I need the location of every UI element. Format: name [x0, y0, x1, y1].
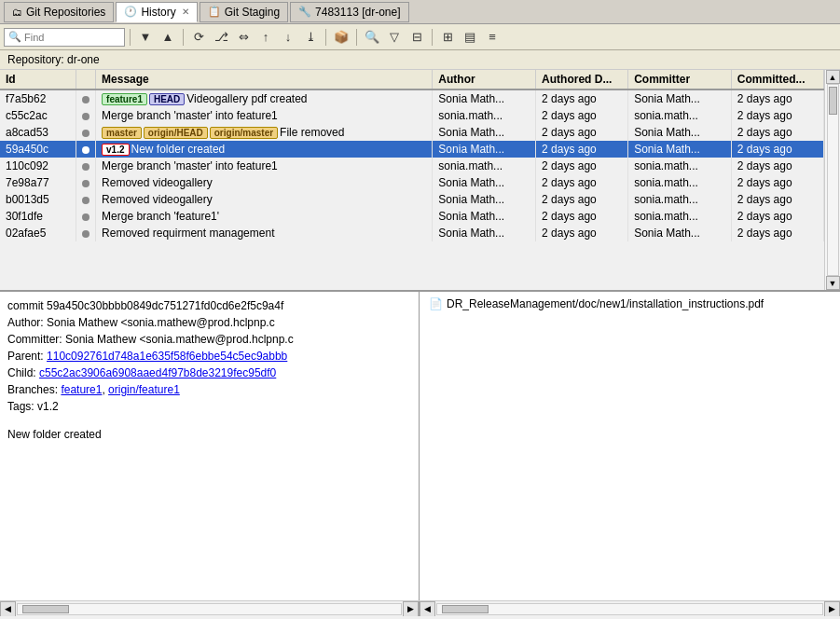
- parent-link[interactable]: 110c092761d748a1e635f58f6ebbe54c5ec9abbb: [47, 350, 287, 363]
- search-btn[interactable]: 🔍: [362, 27, 382, 48]
- tab-git-repos-label: Git Repositories: [26, 6, 105, 19]
- cell-committed: 2 days ago: [731, 124, 823, 141]
- col-header-committer[interactable]: Committer: [628, 70, 732, 89]
- table-row[interactable]: 02afae5Removed requirment managementSoni…: [0, 225, 824, 241]
- scrollbar-track-2[interactable]: [436, 603, 823, 615]
- cell-message: v1.2New folder created: [96, 141, 433, 158]
- cell-committer: sonia.math...: [628, 208, 732, 225]
- col-btn[interactable]: ▤: [460, 27, 480, 48]
- nav-down-btn[interactable]: ▼: [135, 27, 156, 48]
- refresh-btn[interactable]: ⟳: [188, 27, 209, 48]
- fetch-btn[interactable]: ⤓: [300, 27, 321, 48]
- scrollbar-thumb-1[interactable]: [22, 605, 69, 613]
- table-row[interactable]: 7e98a77Removed videogallerySonia Math...…: [0, 174, 824, 191]
- commit-parent-line: Parent: 110c092761d748a1e635f58f6ebbe54c…: [7, 348, 411, 365]
- cell-graph: [76, 158, 96, 174]
- child-link[interactable]: c55c2ac3906a6908aaed4f97b8de3219fec95df0: [39, 366, 276, 379]
- cell-committer: sonia.math...: [628, 107, 732, 124]
- scrollbar-track-1[interactable]: [17, 603, 402, 615]
- tab-git-staging[interactable]: 📋 Git Staging: [200, 2, 288, 22]
- cell-committer: Sonia Math...: [628, 90, 732, 107]
- tab-history-close[interactable]: ✕: [182, 7, 189, 17]
- table-row[interactable]: 110c092Merge branch 'master' into featur…: [0, 158, 824, 174]
- find-icon: 🔍: [8, 31, 21, 43]
- cell-author: sonia.math...: [433, 158, 536, 174]
- cell-authored: 2 days ago: [536, 158, 628, 174]
- branch-link-2[interactable]: origin/feature1: [108, 383, 180, 396]
- cell-authored: 2 days ago: [536, 90, 628, 107]
- git-staging-icon: 📋: [208, 6, 221, 18]
- cell-id: 110c092: [0, 158, 76, 174]
- find-box[interactable]: 🔍: [4, 28, 125, 47]
- cell-authored: 2 days ago: [536, 208, 628, 225]
- toolbar: 🔍 ▼ ▲ ⟳ ⎇ ⇔ ↑ ↓ ⤓ 📦 🔍 ▽ ⊟ ⊞ ▤ ≡: [0, 24, 840, 50]
- cell-authored: 2 days ago: [536, 174, 628, 191]
- col-header-committed[interactable]: Committed...: [731, 70, 823, 89]
- stash-btn[interactable]: 📦: [331, 27, 351, 48]
- compare-btn[interactable]: ⇔: [233, 27, 254, 48]
- commit-committer-line: Committer: Sonia Mathew <sonia.mathew@pr…: [7, 331, 411, 348]
- table-row[interactable]: c55c2acMerge branch 'master' into featur…: [0, 107, 824, 124]
- scrollbar-thumb-2[interactable]: [442, 605, 489, 613]
- filter2-btn[interactable]: ⊟: [406, 27, 427, 48]
- table-row[interactable]: a8cad53masterorigin/HEADorigin/masterFil…: [0, 124, 824, 141]
- tab-7483113[interactable]: 🔧 7483113 [dr-one]: [290, 2, 408, 22]
- pull-btn[interactable]: ↓: [278, 27, 298, 48]
- table-scrollbar[interactable]: ▲ ▼: [824, 70, 840, 290]
- col-header-authored[interactable]: Authored D...: [536, 70, 628, 89]
- cell-committed: 2 days ago: [731, 141, 823, 158]
- cell-id: f7a5b62: [0, 90, 76, 107]
- sep5: [432, 29, 433, 46]
- scroll-down-btn[interactable]: ▼: [826, 276, 840, 290]
- repo-label: Repository: dr-one: [0, 50, 840, 70]
- cell-id: 59a450c: [0, 141, 76, 158]
- table-row[interactable]: b0013d5Removed videogallerySonia Math...…: [0, 191, 824, 208]
- layout-btn[interactable]: ⊞: [437, 27, 458, 48]
- col-header-id[interactable]: Id: [0, 70, 76, 89]
- commit-author-line: Author: Sonia Mathew <sonia.mathew@prod.…: [7, 314, 411, 331]
- branch-link-1[interactable]: feature1: [61, 383, 102, 396]
- table-row[interactable]: 30f1dfeMerge branch 'feature1'Sonia Math…: [0, 208, 824, 225]
- table-row[interactable]: f7a5b62feature1HEADVideogallery pdf crea…: [0, 90, 824, 107]
- col-header-author[interactable]: Author: [433, 70, 536, 89]
- cell-committer: sonia.math...: [628, 174, 732, 191]
- menu-btn[interactable]: ≡: [482, 27, 503, 48]
- cell-authored: 2 days ago: [536, 124, 628, 141]
- scroll-left-btn-2[interactable]: ◀: [420, 601, 435, 617]
- tab-git-repos[interactable]: 🗂 Git Repositories: [4, 2, 114, 22]
- branches-label: Branches:: [7, 383, 61, 396]
- cell-authored: 2 days ago: [536, 191, 628, 208]
- cell-id: c55c2ac: [0, 107, 76, 124]
- tab-history[interactable]: 🕐 History ✕: [116, 2, 197, 22]
- scroll-left-btn-1[interactable]: ◀: [0, 601, 16, 617]
- cell-committed: 2 days ago: [731, 225, 823, 241]
- find-input[interactable]: [24, 32, 120, 43]
- scroll-track[interactable]: [827, 84, 839, 276]
- cell-id: 30f1dfe: [0, 208, 76, 225]
- scroll-thumb[interactable]: [829, 87, 837, 115]
- scroll-right-btn-2[interactable]: ▶: [824, 601, 840, 617]
- cell-committed: 2 days ago: [731, 208, 823, 225]
- history-icon: 🕐: [124, 6, 137, 18]
- git-repos-icon: 🗂: [12, 7, 22, 18]
- cell-graph: [76, 174, 96, 191]
- sep3: [325, 29, 326, 46]
- scroll-up-btn[interactable]: ▲: [826, 70, 840, 84]
- sep1: [130, 29, 131, 46]
- filter-btn[interactable]: ▽: [384, 27, 405, 48]
- file-item-0[interactable]: 📄 DR_ReleaseManagement/doc/new1/installa…: [425, 296, 834, 312]
- cell-author: sonia.math...: [433, 107, 536, 124]
- bottom-pane: commit 59a450c30bbbb0849dc751271fd0cd6e2…: [0, 292, 840, 616]
- col-header-message[interactable]: Message: [96, 70, 433, 89]
- cell-author: Sonia Math...: [433, 174, 536, 191]
- branch-btn[interactable]: ⎇: [211, 27, 231, 48]
- table-scroll[interactable]: f7a5b62feature1HEADVideogallery pdf crea…: [0, 90, 824, 290]
- cell-message: Merge branch 'feature1': [96, 208, 433, 225]
- scroll-right-btn-1[interactable]: ▶: [403, 601, 419, 617]
- cell-committer: Sonia Math...: [628, 225, 732, 241]
- push-btn[interactable]: ↑: [255, 27, 276, 48]
- cell-committed: 2 days ago: [731, 158, 823, 174]
- nav-up-btn[interactable]: ▲: [158, 27, 178, 48]
- cell-graph: [76, 90, 96, 107]
- table-row[interactable]: 59a450cv1.2New folder createdSonia Math.…: [0, 141, 824, 158]
